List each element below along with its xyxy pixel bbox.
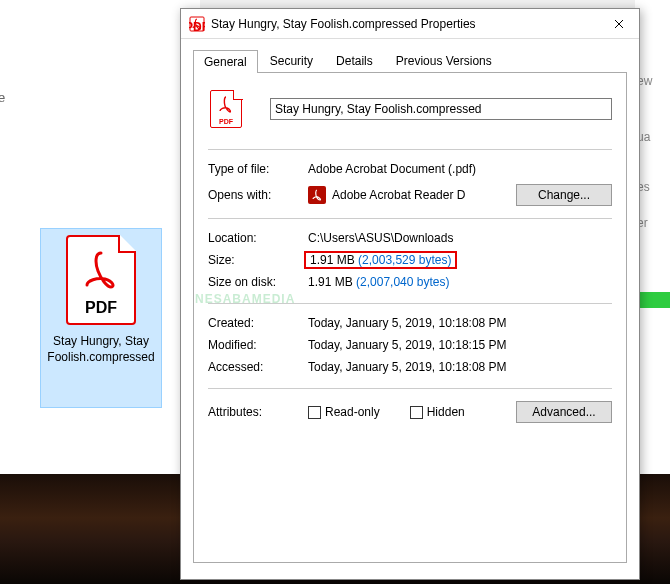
location-value: C:\Users\ASUS\Downloads [308, 231, 612, 245]
tab-general[interactable]: General [193, 50, 258, 73]
separator [208, 303, 612, 304]
separator [208, 388, 612, 389]
svg-text:PDF: PDF [189, 20, 205, 32]
accessed-label: Accessed: [208, 360, 308, 374]
pdf-title-icon: PDF [189, 16, 205, 32]
tab-body-general: PDF Type of file: Adobe Acrobat Document… [193, 73, 627, 563]
tab-previous-versions[interactable]: Previous Versions [385, 49, 503, 72]
titlebar[interactable]: PDF Stay Hungry, Stay Foolish.compressed… [181, 9, 639, 39]
size-highlight: 1.91 MB (2,003,529 bytes) [304, 251, 457, 269]
change-button[interactable]: Change... [516, 184, 612, 206]
created-label: Created: [208, 316, 308, 330]
modified-label: Modified: [208, 338, 308, 352]
tab-details[interactable]: Details [325, 49, 384, 72]
readonly-checkbox[interactable]: Read-only [308, 405, 380, 419]
readonly-label: Read-only [325, 405, 380, 419]
size-on-disk-label: Size on disk: [208, 275, 308, 289]
file-caption: Stay Hungry, Stay Foolish.compressed [41, 334, 161, 365]
dialog-title: Stay Hungry, Stay Foolish.compressed Pro… [211, 17, 599, 31]
close-icon [614, 19, 624, 29]
advanced-button[interactable]: Advanced... [516, 401, 612, 423]
opens-with-label: Opens with: [208, 188, 308, 202]
modified-value: Today, January 5, 2019, 10:18:15 PM [308, 338, 612, 352]
properties-dialog: PDF Stay Hungry, Stay Foolish.compressed… [180, 8, 640, 580]
close-button[interactable] [599, 10, 639, 38]
pdf-swirl-icon [81, 249, 121, 293]
acrobat-reader-icon [308, 186, 326, 204]
size-on-disk-value: 1.91 MB (2,007,040 bytes) [308, 275, 612, 289]
hidden-label: Hidden [427, 405, 465, 419]
separator [208, 218, 612, 219]
location-label: Location: [208, 231, 308, 245]
tab-security[interactable]: Security [259, 49, 324, 72]
separator [208, 149, 612, 150]
green-bar [640, 292, 670, 308]
size-label: Size: [208, 253, 308, 267]
opens-with-value: Adobe Acrobat Reader D [332, 188, 465, 202]
checkbox-icon [410, 406, 423, 419]
type-of-file-value: Adobe Acrobat Document (.pdf) [308, 162, 612, 176]
type-of-file-label: Type of file: [208, 162, 308, 176]
selected-file[interactable]: PDF Stay Hungry, Stay Foolish.compressed [40, 228, 162, 408]
filename-input[interactable] [270, 98, 612, 120]
bg-cut-text: e [0, 90, 5, 105]
file-type-icon: PDF [208, 87, 244, 131]
size-value: 1.91 MB (2,003,529 bytes) [308, 253, 612, 267]
accessed-value: Today, January 5, 2019, 10:18:08 PM [308, 360, 612, 374]
attributes-label: Attributes: [208, 405, 308, 419]
pdf-icon-label: PDF [68, 299, 134, 317]
hidden-checkbox[interactable]: Hidden [410, 405, 465, 419]
tab-row: General Security Details Previous Versio… [193, 49, 627, 73]
pdf-file-icon: PDF [66, 235, 136, 325]
checkbox-icon [308, 406, 321, 419]
created-value: Today, January 5, 2019, 10:18:08 PM [308, 316, 612, 330]
